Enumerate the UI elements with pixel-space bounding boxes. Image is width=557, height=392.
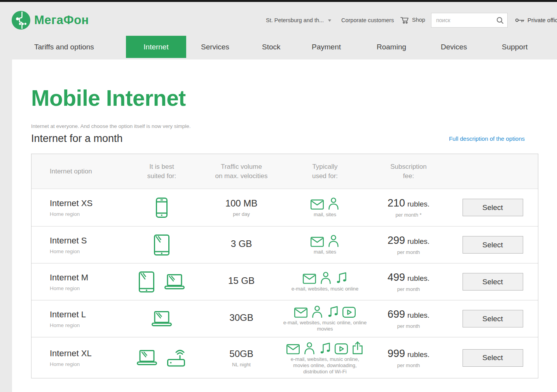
nav-stock[interactable]: Stock	[262, 43, 281, 51]
plan-region: Home region	[50, 285, 121, 291]
plan-region: Home region	[50, 361, 121, 367]
price-note: per month *	[370, 212, 447, 218]
chevron-down-icon	[328, 19, 331, 22]
nav-internet-active[interactable]: Internet	[126, 36, 186, 58]
table-row: Internet M Home region 15 GB e-mail, web…	[31, 263, 538, 300]
usage-icons	[311, 234, 339, 247]
price-note: per month	[370, 323, 447, 329]
usage-label: e-mail, websites, music online, movies o…	[291, 356, 359, 375]
laptop-icon	[152, 311, 172, 327]
select-button[interactable]: Select	[463, 236, 523, 254]
price-unit: rubles.	[407, 350, 430, 359]
traffic-value: 30GB	[203, 312, 280, 323]
plan-region: Home region	[50, 211, 121, 217]
person-icon	[311, 305, 323, 318]
traffic-value: 100 MB	[203, 198, 280, 209]
person-icon	[328, 234, 339, 247]
mail-icon	[311, 237, 324, 247]
mail-icon	[311, 200, 324, 210]
mail-icon	[294, 308, 307, 318]
device-icons	[121, 349, 203, 367]
music-icon	[319, 342, 331, 354]
router-icon	[167, 349, 187, 367]
device-icons	[121, 234, 203, 256]
shop-link[interactable]: Shop	[400, 16, 425, 24]
person-icon	[304, 342, 315, 354]
table-header-row: Internet option It is best suited for: T…	[31, 154, 538, 189]
col-header-subscription-fee: Subscription fee:	[370, 162, 447, 181]
plan-name: Internet XL	[50, 348, 121, 359]
main-navigation: Tariffs and options Internet Services St…	[0, 35, 557, 60]
movies-icon	[335, 343, 348, 354]
select-button[interactable]: Select	[463, 199, 523, 216]
price-value: 499	[388, 271, 405, 283]
region-label: St. Petersburg and th...	[266, 17, 324, 23]
laptop-icon	[137, 350, 157, 366]
device-icons	[121, 198, 203, 218]
movies-icon	[342, 307, 356, 318]
plan-name: Internet S	[50, 236, 121, 246]
cart-icon	[400, 16, 409, 24]
table-row: Internet S Home region 3 GB mail, sites …	[31, 226, 538, 263]
col-header-suited-for: It is best suited for:	[121, 162, 203, 181]
usage-label: e-mail, websites, music online, online m…	[283, 320, 367, 332]
plan-name: Internet L	[50, 310, 121, 320]
col-header-traffic-volume: Traffic volume on max. velocities	[203, 162, 280, 181]
phone-icon	[156, 198, 168, 218]
site-header: МегаФон St. Petersburg and th... Corpora…	[0, 2, 557, 35]
region-selector[interactable]: St. Petersburg and th...	[266, 17, 331, 23]
device-icons	[121, 271, 203, 292]
tablet-icon	[154, 234, 169, 256]
megafon-logo-icon[interactable]	[11, 10, 31, 30]
price-unit: rubles.	[407, 200, 430, 208]
usage-label: mail, sites	[314, 212, 336, 218]
private-office-label: Private office	[527, 17, 557, 23]
nav-payment[interactable]: Payment	[312, 43, 341, 51]
nav-services[interactable]: Services	[201, 43, 229, 51]
usage-icons	[286, 341, 363, 354]
music-icon	[327, 305, 339, 318]
traffic-note: per day	[203, 211, 280, 217]
nav-roaming[interactable]: Roaming	[377, 43, 406, 51]
plan-name: Internet M	[50, 273, 121, 283]
brand-name[interactable]: МегаФон	[34, 13, 89, 27]
col-header-typically-used: Typically used for:	[280, 162, 370, 181]
traffic-note: NL night	[203, 362, 280, 368]
search-icon[interactable]	[496, 17, 504, 24]
price-note: per month	[370, 249, 447, 255]
col-header-internet-option: Internet option	[31, 167, 121, 176]
select-button[interactable]: Select	[463, 310, 523, 327]
device-icons	[121, 311, 203, 327]
usage-icons	[303, 271, 347, 284]
price-unit: rubles.	[407, 237, 430, 245]
plan-region: Home region	[50, 322, 121, 328]
price-unit: rubles.	[407, 274, 430, 282]
table-row: Internet XL Home region 50GB NL night e-…	[31, 337, 538, 378]
shop-label: Shop	[412, 17, 425, 23]
price-unit: rubles.	[407, 311, 430, 319]
price-note: per month	[370, 362, 447, 368]
corporate-customers-link[interactable]: Corporate customers	[341, 17, 394, 23]
usage-label: mail, sites	[314, 249, 336, 255]
mail-icon	[303, 274, 316, 284]
price-value: 999	[388, 348, 405, 359]
main-content: Mobile Internet Internet at everyone. An…	[12, 60, 557, 392]
usage-icons	[311, 197, 339, 210]
table-row: Internet L Home region 30GB e-mail, webs…	[31, 300, 538, 337]
nav-support[interactable]: Support	[502, 43, 528, 51]
person-icon	[320, 271, 332, 284]
traffic-value: 50GB	[203, 348, 280, 359]
plan-region: Home region	[50, 248, 121, 254]
tablet-icon	[139, 271, 154, 292]
nav-devices[interactable]: Devices	[441, 43, 467, 51]
page-subtitle: Internet at everyone. And choose the opt…	[31, 123, 190, 129]
full-description-link[interactable]: Full description of the options	[449, 135, 525, 142]
price-value: 699	[388, 308, 405, 320]
usage-icons	[294, 305, 356, 318]
private-office-link[interactable]: Private office	[515, 17, 557, 23]
select-button[interactable]: Select	[463, 349, 523, 367]
nav-tariffs-and-options[interactable]: Tariffs and options	[34, 43, 94, 51]
select-button[interactable]: Select	[463, 273, 523, 290]
search-input[interactable]	[431, 13, 507, 27]
usage-label: e-mail, websites, music online	[292, 286, 359, 292]
